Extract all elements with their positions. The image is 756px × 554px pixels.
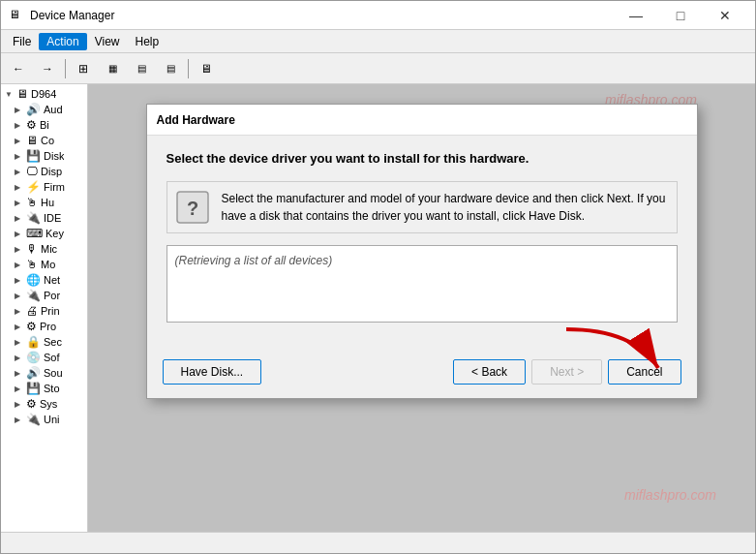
- tree-item-mo-arrow: ▶: [15, 261, 24, 269]
- toolbar-btn-3[interactable]: ▤: [128, 56, 155, 81]
- dialog-footer-left: Have Disk...: [163, 359, 262, 385]
- menu-action[interactable]: Action: [39, 33, 86, 50]
- tree-item-prin[interactable]: ▶ 🖨 Prin: [1, 303, 87, 319]
- main-area: ▼ 🖥 D964 ▶ 🔊 Aud ▶ ⚙ Bi ▶ 🖥 Co ▶: [1, 84, 755, 532]
- tree-item-sou-icon: 🔊: [26, 366, 41, 380]
- tree-item-sys-arrow: ▶: [15, 400, 24, 409]
- dialog-info-icon: ?: [175, 190, 210, 225]
- tree-item-pro[interactable]: ▶ ⚙ Pro: [1, 319, 87, 334]
- tree-item-co-icon: 🖥: [26, 134, 38, 147]
- toolbar-btn-5[interactable]: 🖥: [193, 56, 220, 81]
- back-button[interactable]: < Back: [453, 359, 526, 385]
- tree-item-firm[interactable]: ▶ ⚡ Firm: [1, 179, 87, 195]
- menubar: File Action View Help: [1, 30, 755, 53]
- dialog-list-area[interactable]: (Retrieving a list of all devices): [166, 245, 678, 323]
- tree-item-ide-arrow: ▶: [15, 214, 24, 223]
- tree-item-net[interactable]: ▶ 🌐 Net: [1, 272, 87, 288]
- tree-item-uni-icon: 🔌: [26, 413, 41, 426]
- have-disk-button[interactable]: Have Disk...: [163, 359, 262, 385]
- window-controls: — □ ✕: [614, 1, 747, 30]
- tree-item-disp-label: Disp: [41, 166, 62, 177]
- tree-item-net-arrow: ▶: [15, 276, 24, 285]
- dialog-info-box: ? Select the manufacturer and model of y…: [166, 181, 678, 233]
- menu-file[interactable]: File: [5, 33, 39, 50]
- device-manager-window: 🖥 Device Manager — □ ✕ File Action View …: [0, 0, 756, 554]
- tree-item-por-arrow: ▶: [15, 292, 24, 300]
- dialog-info-text: Select the manufacturer and model of you…: [222, 190, 669, 225]
- tree-item-hu[interactable]: ▶ 🖱 Hu: [1, 195, 87, 210]
- tree-item-disk-arrow: ▶: [15, 152, 24, 161]
- tree-item-disp-arrow: ▶: [15, 168, 24, 176]
- tree-item-pro-arrow: ▶: [15, 323, 24, 331]
- tree-item-uni[interactable]: ▶ 🔌 Uni: [1, 412, 87, 427]
- tree-item-mic-arrow: ▶: [15, 245, 24, 254]
- tree-item-mo[interactable]: ▶ 🖱 Mo: [1, 257, 87, 272]
- tree-item-co-arrow: ▶: [15, 137, 24, 145]
- statusbar: [1, 532, 755, 553]
- tree-item-mo-icon: 🖱: [26, 258, 38, 271]
- tree-item-firm-icon: ⚡: [26, 180, 41, 194]
- tree-item-co[interactable]: ▶ 🖥 Co: [1, 133, 87, 148]
- tree-item-key-label: Key: [45, 228, 64, 239]
- tree-item-bi[interactable]: ▶ ⚙ Bi: [1, 117, 87, 133]
- tree-item-sou[interactable]: ▶ 🔊 Sou: [1, 365, 87, 381]
- tree-item-aud-arrow: ▶: [15, 106, 24, 114]
- tree-item-key[interactable]: ▶ ⌨ Key: [1, 226, 87, 241]
- tree-item-firm-label: Firm: [44, 181, 65, 193]
- toolbar-separator-2: [188, 59, 189, 78]
- tree-item-sys[interactable]: ▶ ⚙ Sys: [1, 396, 87, 412]
- tree-item-net-icon: 🌐: [26, 273, 41, 287]
- menu-help[interactable]: Help: [128, 33, 167, 50]
- tree-item-bi-icon: ⚙: [26, 118, 37, 132]
- device-tree: ▼ 🖥 D964 ▶ 🔊 Aud ▶ ⚙ Bi ▶ 🖥 Co ▶: [1, 84, 88, 532]
- tree-item-prin-label: Prin: [41, 305, 60, 317]
- tree-item-disk-icon: 💾: [26, 149, 41, 163]
- tree-root[interactable]: ▼ 🖥 D964: [1, 86, 87, 102]
- tree-item-sto-label: Sto: [44, 383, 60, 394]
- tree-item-mo-label: Mo: [41, 259, 55, 270]
- toolbar-back[interactable]: ←: [5, 56, 32, 81]
- tree-item-aud[interactable]: ▶ 🔊 Aud: [1, 102, 87, 117]
- tree-item-sto-icon: 💾: [26, 382, 41, 395]
- minimize-button[interactable]: —: [614, 1, 658, 30]
- tree-item-hu-arrow: ▶: [15, 199, 24, 207]
- tree-item-sof-arrow: ▶: [15, 354, 24, 362]
- tree-item-por[interactable]: ▶ 🔌 Por: [1, 288, 87, 303]
- tree-item-disk[interactable]: ▶ 💾 Disk: [1, 148, 87, 164]
- tree-item-net-label: Net: [44, 274, 60, 286]
- tree-item-sof-icon: 💿: [26, 351, 41, 364]
- tree-item-prin-icon: 🖨: [26, 304, 38, 318]
- content-area: miflashpro.com Add Hardware Select the d…: [88, 84, 755, 532]
- dialog-title: Add Hardware: [157, 113, 235, 127]
- toolbar-btn-1[interactable]: ⊞: [70, 56, 97, 81]
- tree-item-sof[interactable]: ▶ 💿 Sof: [1, 350, 87, 365]
- dialog-header-text: Select the device driver you want to ins…: [166, 151, 678, 166]
- toolbar-forward[interactable]: →: [34, 56, 61, 81]
- tree-item-mic-label: Mic: [41, 243, 57, 255]
- tree-item-ide-label: IDE: [44, 212, 61, 224]
- tree-item-ide[interactable]: ▶ 🔌 IDE: [1, 210, 87, 226]
- app-icon: 🖥: [9, 8, 24, 23]
- maximize-button[interactable]: □: [658, 1, 703, 30]
- tree-item-disp-icon: 🖵: [26, 165, 38, 178]
- tree-root-label: D964: [31, 88, 56, 100]
- tree-item-disk-label: Disk: [44, 150, 64, 162]
- tree-item-sou-arrow: ▶: [15, 369, 24, 378]
- tree-item-sto[interactable]: ▶ 💾 Sto: [1, 381, 87, 396]
- tree-item-hu-icon: 🖱: [26, 196, 38, 209]
- tree-item-pro-label: Pro: [40, 321, 56, 332]
- tree-item-disp[interactable]: ▶ 🖵 Disp: [1, 164, 87, 179]
- tree-item-sys-icon: ⚙: [26, 397, 37, 411]
- tree-item-bi-label: Bi: [40, 119, 49, 131]
- toolbar: ← → ⊞ ▦ ▤ ▤ 🖥: [1, 53, 755, 84]
- menu-view[interactable]: View: [87, 33, 128, 50]
- toolbar-btn-2[interactable]: ▦: [99, 56, 126, 81]
- tree-item-sec[interactable]: ▶ 🔒 Sec: [1, 334, 87, 350]
- tree-item-mic[interactable]: ▶ 🎙 Mic: [1, 241, 87, 257]
- tree-item-sto-arrow: ▶: [15, 385, 24, 393]
- toolbar-btn-4[interactable]: ▤: [157, 56, 184, 81]
- tree-root-icon: 🖥: [16, 87, 28, 101]
- tree-item-key-icon: ⌨: [26, 227, 43, 240]
- tree-item-sof-label: Sof: [44, 352, 60, 363]
- close-button[interactable]: ✕: [703, 1, 747, 30]
